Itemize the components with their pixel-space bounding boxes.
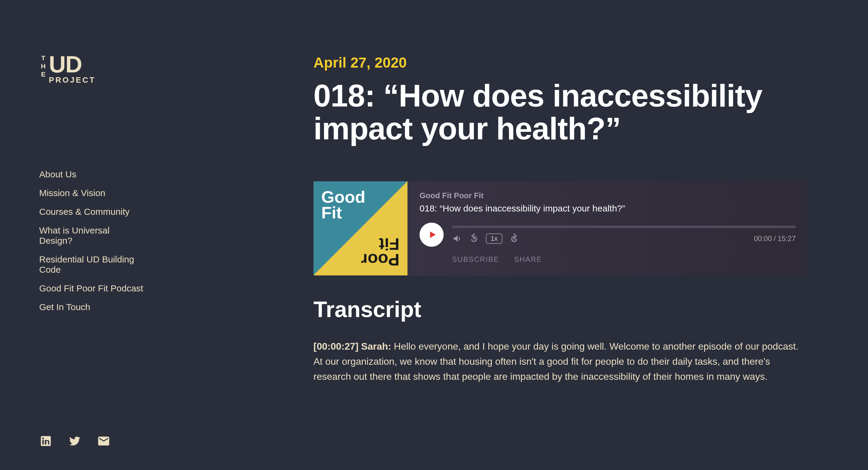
transcript-heading: Transcript bbox=[313, 297, 808, 322]
playback-speed[interactable]: 1x bbox=[486, 234, 502, 244]
subscribe-link[interactable]: SUBSCRIBE bbox=[452, 255, 499, 264]
email-icon[interactable] bbox=[97, 434, 110, 449]
transcript-paragraph: [00:00:27] Sarah: Hello everyone, and I … bbox=[313, 339, 808, 384]
social-links bbox=[39, 434, 110, 449]
rewind-15-button[interactable]: 15 bbox=[469, 234, 479, 244]
podcast-artwork: Good Fit Poor Fit bbox=[313, 181, 407, 275]
artwork-text-bottom: Poor Fit bbox=[361, 236, 400, 268]
time-current: 00:00 bbox=[754, 234, 772, 242]
mute-button[interactable] bbox=[452, 234, 462, 244]
play-icon bbox=[428, 230, 437, 239]
svg-text:15: 15 bbox=[473, 237, 477, 241]
forward-30-button[interactable]: 30 bbox=[509, 234, 519, 244]
article-title: 018: “How does inaccessibility impact yo… bbox=[313, 79, 808, 145]
podcast-name: Good Fit Poor Fit bbox=[420, 191, 796, 200]
audio-player: Good Fit Poor Fit Good Fit Poor Fit 018:… bbox=[313, 181, 808, 275]
nav-about[interactable]: About Us bbox=[39, 169, 145, 179]
progress-bar[interactable] bbox=[452, 226, 796, 228]
nav-what-is-ud[interactable]: What is Universal Design? bbox=[39, 225, 145, 246]
logo-the: THE bbox=[39, 54, 47, 79]
primary-nav: About Us Mission & Vision Courses & Comm… bbox=[39, 169, 145, 312]
time-display: 00:00/15:27 bbox=[754, 234, 796, 243]
forward-icon: 30 bbox=[509, 234, 519, 244]
play-button[interactable] bbox=[420, 223, 444, 247]
timestamp: [00:00:27] bbox=[313, 341, 358, 352]
artwork-text-top: Good Fit bbox=[321, 189, 365, 220]
nav-podcast[interactable]: Good Fit Poor Fit Podcast bbox=[39, 283, 145, 294]
nav-contact[interactable]: Get In Touch bbox=[39, 302, 145, 312]
nav-mission[interactable]: Mission & Vision bbox=[39, 188, 145, 198]
speaker-name: Sarah: bbox=[361, 341, 391, 352]
share-link[interactable]: SHARE bbox=[514, 255, 542, 264]
svg-text:30: 30 bbox=[513, 237, 517, 241]
rewind-icon: 15 bbox=[469, 234, 479, 244]
twitter-icon[interactable] bbox=[68, 434, 82, 449]
article-date: April 27, 2020 bbox=[313, 54, 808, 71]
site-logo[interactable]: THE UD PROJECT bbox=[39, 54, 145, 85]
logo-ud: UD bbox=[49, 54, 82, 74]
sidebar: THE UD PROJECT About Us Mission & Vision… bbox=[0, 0, 163, 470]
episode-title: 018: “How does inaccessibility impact yo… bbox=[420, 203, 796, 213]
nav-building-code[interactable]: Residential UD Building Code bbox=[39, 254, 145, 275]
volume-icon bbox=[452, 234, 462, 244]
main-content: April 27, 2020 018: “How does inaccessib… bbox=[163, 0, 868, 470]
time-total: 15:27 bbox=[778, 234, 796, 242]
nav-courses[interactable]: Courses & Community bbox=[39, 207, 145, 217]
linkedin-icon[interactable] bbox=[39, 434, 53, 449]
logo-project: PROJECT bbox=[49, 76, 96, 85]
